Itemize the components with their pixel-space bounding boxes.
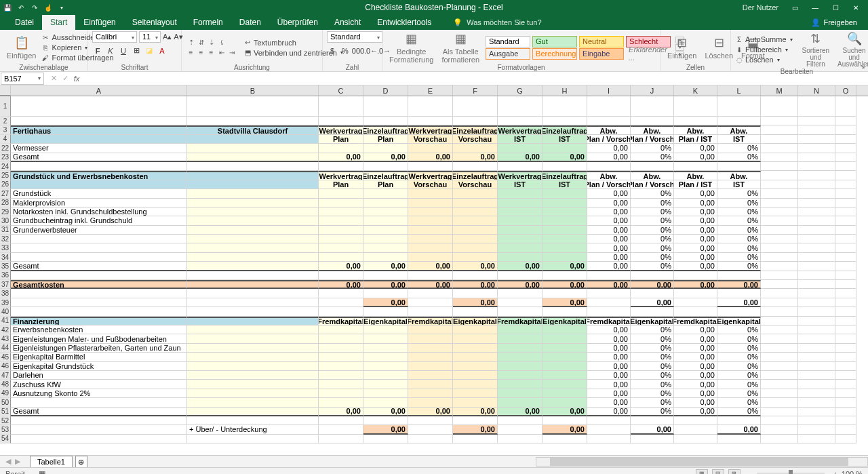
cell[interactable] bbox=[363, 216, 408, 225]
cell[interactable]: 0,00 bbox=[587, 344, 631, 353]
cell[interactable] bbox=[11, 180, 187, 189]
cell[interactable] bbox=[187, 353, 319, 361]
cell[interactable] bbox=[319, 117, 363, 125]
cell[interactable] bbox=[408, 344, 453, 353]
cell[interactable] bbox=[835, 226, 856, 235]
cell[interactable] bbox=[319, 344, 363, 353]
cell[interactable] bbox=[319, 199, 363, 208]
cell[interactable] bbox=[717, 307, 761, 316]
cell[interactable] bbox=[761, 253, 798, 262]
cell[interactable]: Abw. bbox=[717, 125, 761, 134]
cell[interactable]: 0% bbox=[717, 380, 761, 389]
cell[interactable]: 0,00 bbox=[587, 216, 631, 225]
cell[interactable] bbox=[498, 334, 542, 343]
cell[interactable] bbox=[187, 253, 319, 262]
cell[interactable] bbox=[363, 435, 408, 443]
cell[interactable]: 0,00 bbox=[542, 408, 587, 416]
cell[interactable] bbox=[835, 199, 856, 208]
cell[interactable] bbox=[498, 416, 542, 425]
cell[interactable]: 0% bbox=[717, 362, 761, 371]
cell[interactable] bbox=[453, 216, 498, 225]
cell[interactable]: 0% bbox=[631, 262, 674, 271]
cell[interactable]: 0% bbox=[717, 253, 761, 262]
cell[interactable]: Plan / Vorsch. bbox=[631, 180, 674, 189]
row-header[interactable]: 3 bbox=[0, 125, 11, 134]
cell[interactable]: 0,00 bbox=[587, 408, 631, 416]
cell[interactable]: 0,00 bbox=[542, 262, 587, 271]
cell[interactable] bbox=[498, 362, 542, 371]
cell[interactable] bbox=[798, 199, 835, 208]
cell[interactable]: 0,00 bbox=[498, 280, 542, 289]
cell[interactable] bbox=[835, 389, 856, 398]
cell[interactable]: 0% bbox=[631, 325, 674, 334]
cell[interactable] bbox=[717, 117, 761, 125]
cell[interactable] bbox=[542, 208, 587, 216]
col-header-n[interactable]: N bbox=[798, 85, 835, 96]
cell[interactable]: Fremdkapital bbox=[674, 317, 717, 325]
cell[interactable] bbox=[363, 235, 408, 243]
cell[interactable]: 0% bbox=[717, 144, 761, 153]
cell[interactable]: Fremdkapital bbox=[319, 317, 363, 325]
cell[interactable]: 0,00 bbox=[363, 262, 408, 271]
cell[interactable] bbox=[363, 243, 408, 252]
cell[interactable]: 0,00 bbox=[674, 362, 717, 371]
cell[interactable] bbox=[761, 135, 798, 144]
cell[interactable] bbox=[761, 317, 798, 325]
cell[interactable]: 0% bbox=[717, 153, 761, 162]
row-header[interactable]: 54 bbox=[0, 435, 11, 443]
cell[interactable] bbox=[408, 208, 453, 216]
cell[interactable] bbox=[187, 262, 319, 271]
cell[interactable]: Plan bbox=[363, 180, 408, 189]
row-header[interactable]: 4 bbox=[0, 135, 11, 144]
style-berechnung[interactable]: Berechnung bbox=[532, 48, 577, 60]
maximize-icon[interactable]: ☐ bbox=[826, 0, 845, 15]
touch-icon[interactable]: ☝ bbox=[43, 3, 53, 12]
indent-dec-icon[interactable]: ⇤ bbox=[216, 47, 226, 58]
close-icon[interactable]: ✕ bbox=[846, 0, 865, 15]
row-header[interactable]: 34 bbox=[0, 253, 11, 262]
cell[interactable] bbox=[587, 307, 631, 316]
cell[interactable] bbox=[498, 398, 542, 407]
cell[interactable] bbox=[11, 253, 187, 262]
cell[interactable]: Eigenkapital Barmittel bbox=[11, 353, 187, 361]
cell[interactable] bbox=[798, 135, 835, 144]
cell[interactable]: 0,00 bbox=[587, 389, 631, 398]
cell[interactable] bbox=[674, 298, 717, 307]
cell[interactable]: Eigenkapital bbox=[717, 317, 761, 325]
cell[interactable]: Vorschau bbox=[408, 135, 453, 144]
cell[interactable] bbox=[408, 216, 453, 225]
cell[interactable]: 0,00 bbox=[453, 262, 498, 271]
col-header-e[interactable]: E bbox=[408, 85, 453, 96]
number-launcher-icon[interactable]: ↘ bbox=[860, 63, 867, 70]
row-header[interactable]: 26 bbox=[0, 180, 11, 189]
cell[interactable]: Plan / Vorsch. bbox=[631, 135, 674, 144]
cell[interactable]: 0,00 bbox=[587, 253, 631, 262]
cell[interactable] bbox=[798, 117, 835, 125]
cell[interactable] bbox=[498, 307, 542, 316]
style-eingabe[interactable]: Eingabe bbox=[579, 48, 624, 60]
cell[interactable]: 0,00 bbox=[587, 380, 631, 389]
cell[interactable] bbox=[319, 208, 363, 216]
row-header[interactable]: 49 bbox=[0, 389, 11, 398]
cell[interactable]: Vorschau bbox=[408, 180, 453, 189]
row-header[interactable]: 31 bbox=[0, 226, 11, 235]
clear-button[interactable]: ◌Löschen▾ bbox=[735, 55, 793, 64]
cell[interactable]: 0,00 bbox=[363, 298, 408, 307]
cell[interactable] bbox=[798, 125, 835, 134]
cell[interactable]: 0% bbox=[631, 144, 674, 153]
cell[interactable] bbox=[674, 289, 717, 298]
cell[interactable]: 0,00 bbox=[717, 280, 761, 289]
add-sheet-button[interactable]: ⊕ bbox=[75, 456, 87, 467]
cell[interactable]: 0,00 bbox=[587, 362, 631, 371]
cell[interactable] bbox=[798, 144, 835, 153]
cell[interactable]: 0,00 bbox=[674, 208, 717, 216]
cell[interactable] bbox=[187, 180, 319, 189]
cell[interactable] bbox=[761, 171, 798, 180]
cell[interactable]: Eigenkapital bbox=[453, 317, 498, 325]
cell[interactable] bbox=[453, 226, 498, 235]
cell[interactable] bbox=[798, 317, 835, 325]
font-color-icon[interactable]: A bbox=[157, 45, 167, 56]
cell[interactable]: IST bbox=[498, 135, 542, 144]
cell[interactable] bbox=[835, 334, 856, 343]
cell[interactable]: 0,00 bbox=[674, 334, 717, 343]
